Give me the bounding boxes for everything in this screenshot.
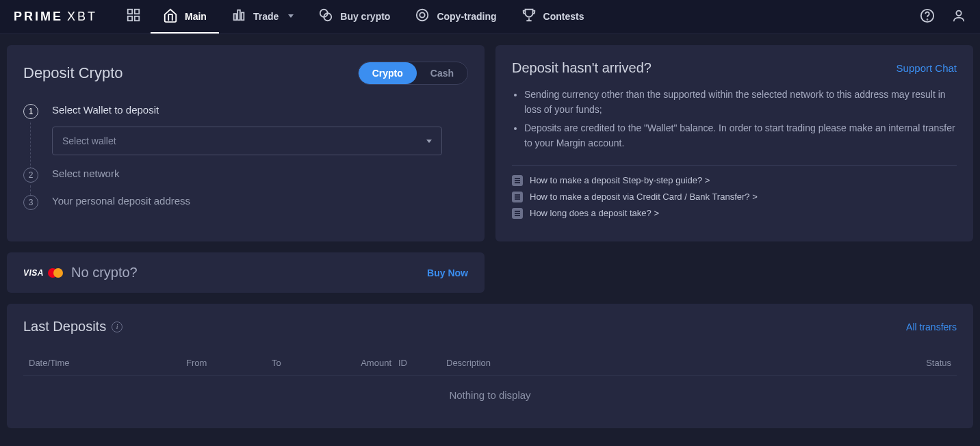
account-button[interactable] xyxy=(951,8,966,25)
svg-rect-1 xyxy=(135,10,139,14)
toggle-crypto[interactable]: Crypto xyxy=(359,62,417,84)
faq-3-label: How long does a deposit take? > xyxy=(530,208,659,218)
th-to: To xyxy=(272,358,361,368)
nav-main-label: Main xyxy=(185,11,207,22)
nav-buy-crypto[interactable]: Buy crypto xyxy=(306,0,402,34)
divider xyxy=(512,165,957,166)
buy-now-link[interactable]: Buy Now xyxy=(427,267,468,278)
svg-rect-6 xyxy=(242,12,244,20)
faq-1-label: How to make a deposit Step-by-step guide… xyxy=(530,175,710,185)
step-2: 2 Select network xyxy=(23,168,468,183)
nav-trade-label: Trade xyxy=(253,11,279,22)
nav-contests-label: Contests xyxy=(543,11,584,22)
help-button[interactable] xyxy=(920,8,935,25)
svg-point-9 xyxy=(417,10,428,21)
last-deposits-card: Last Deposits i All transfers Date/Time … xyxy=(7,304,973,428)
app-header: PRIME XBT Main Trade Buy crypto xyxy=(0,0,980,34)
support-chat-link[interactable]: Support Chat xyxy=(897,62,957,74)
deposit-title: Deposit Crypto xyxy=(23,64,123,82)
brand-prime: PRIME xyxy=(14,10,63,24)
step-number: 2 xyxy=(23,168,38,183)
deposit-crypto-card: Deposit Crypto Crypto Cash 1 Select Wall… xyxy=(7,45,485,241)
step-2-label: Select network xyxy=(52,168,468,179)
step-3: 3 Your personal deposit address xyxy=(23,195,468,210)
page-content: Deposit Crypto Crypto Cash 1 Select Wall… xyxy=(0,34,980,439)
step-3-label: Your personal deposit address xyxy=(52,195,468,207)
info-title: Deposit hasn't arrived? xyxy=(512,60,652,76)
step-number: 1 xyxy=(23,104,38,119)
svg-rect-5 xyxy=(237,10,240,21)
brand-xbt: XBT xyxy=(67,10,97,24)
svg-rect-3 xyxy=(135,16,139,21)
svg-point-12 xyxy=(927,19,928,20)
nav-buy-crypto-label: Buy crypto xyxy=(340,11,390,22)
all-transfers-link[interactable]: All transfers xyxy=(906,322,957,332)
svg-point-10 xyxy=(420,12,425,17)
deposit-info-card: Deposit hasn't arrived? Support Chat Sen… xyxy=(495,45,973,241)
visa-logo: VISA xyxy=(23,268,44,278)
info-icon[interactable]: i xyxy=(112,322,122,332)
nav-dashboard[interactable] xyxy=(116,0,151,34)
svg-rect-2 xyxy=(128,16,132,21)
faq-link-2[interactable]: How to make a deposit via Credit Card / … xyxy=(512,192,957,202)
step-1: 1 Select Wallet to deposit Select wallet xyxy=(23,104,468,155)
th-datetime: Date/Time xyxy=(29,358,186,368)
document-icon xyxy=(512,208,523,219)
no-crypto-text: No crypto? xyxy=(71,265,138,280)
svg-rect-4 xyxy=(234,14,237,20)
chevron-down-icon xyxy=(426,140,432,143)
nav-copy-trading[interactable]: Copy-trading xyxy=(402,0,508,34)
th-description: Description xyxy=(446,358,823,368)
payment-logos: VISA xyxy=(23,268,63,278)
deposits-table-header: Date/Time From To Amount ID Description … xyxy=(23,351,957,376)
target-icon xyxy=(415,8,430,25)
th-id: ID xyxy=(398,358,446,368)
nav-contests[interactable]: Contests xyxy=(509,0,597,34)
info-note-1: Sending currency other than the supporte… xyxy=(524,87,957,118)
last-deposits-title: Last Deposits i xyxy=(23,319,122,334)
step-1-label: Select Wallet to deposit xyxy=(52,104,468,116)
grid-icon xyxy=(126,8,141,25)
info-note-2: Deposits are credited to the "Wallet" ba… xyxy=(524,120,957,151)
trophy-icon xyxy=(521,8,537,25)
chart-icon xyxy=(231,8,246,25)
chevron-down-icon xyxy=(288,14,294,18)
document-icon xyxy=(512,192,523,202)
deposit-toggle: Crypto Cash xyxy=(358,62,468,85)
th-amount: Amount xyxy=(361,358,398,368)
info-notes: Sending currency other than the supporte… xyxy=(512,87,957,151)
faq-link-1[interactable]: How to make a deposit Step-by-step guide… xyxy=(512,175,957,186)
svg-rect-0 xyxy=(128,10,132,14)
wallet-select-placeholder: Select wallet xyxy=(62,135,116,146)
nav-main[interactable]: Main xyxy=(151,0,219,34)
nav-copy-trading-label: Copy-trading xyxy=(437,11,496,22)
th-status: Status xyxy=(823,358,951,368)
no-crypto-card: VISA No crypto? Buy Now xyxy=(7,252,485,293)
coin-icon xyxy=(318,8,333,25)
faq-2-label: How to make a deposit via Credit Card / … xyxy=(530,192,758,202)
main-nav: Main Trade Buy crypto Copy-trading Co xyxy=(116,0,596,34)
wallet-select[interactable]: Select wallet xyxy=(52,127,442,155)
toggle-cash[interactable]: Cash xyxy=(417,62,467,84)
home-icon xyxy=(163,8,178,25)
document-icon xyxy=(512,175,523,186)
last-deposits-title-text: Last Deposits xyxy=(23,319,106,334)
deposits-empty-state: Nothing to display xyxy=(23,376,957,401)
brand-logo[interactable]: PRIME XBT xyxy=(14,10,97,24)
mastercard-logo xyxy=(48,268,63,278)
svg-point-13 xyxy=(956,11,961,16)
step-number: 3 xyxy=(23,195,38,210)
th-from: From xyxy=(186,358,272,368)
faq-link-3[interactable]: How long does a deposit take? > xyxy=(512,208,957,219)
nav-trade[interactable]: Trade xyxy=(219,0,306,34)
